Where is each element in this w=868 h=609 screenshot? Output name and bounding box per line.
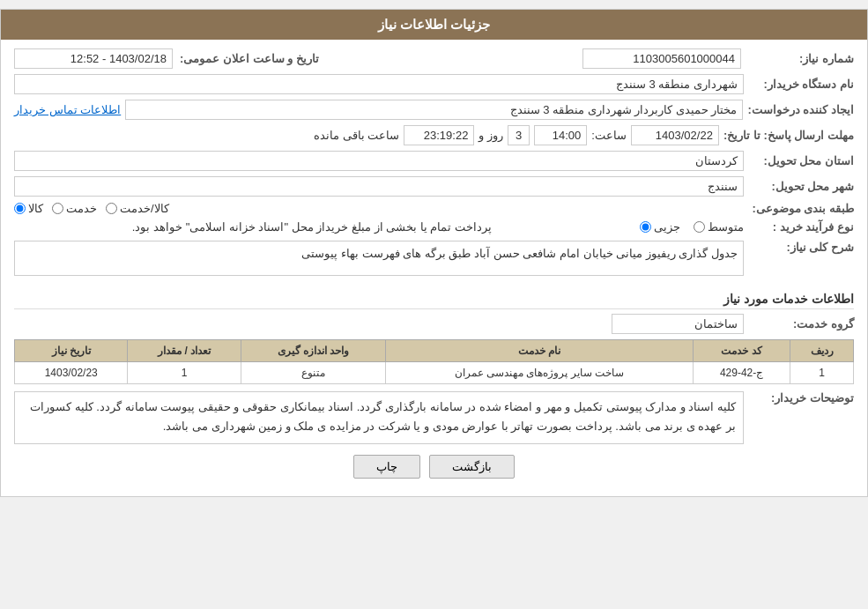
buyer-org-label: نام دستگاه خریدار: xyxy=(748,78,854,91)
cell-date: 1403/02/23 xyxy=(15,362,128,384)
buyer-org-value: شهرداری منطقه 3 سنندج xyxy=(14,74,744,94)
announcement-date-value: 1403/02/18 - 12:52 xyxy=(14,48,173,69)
cell-quantity: 1 xyxy=(128,362,241,384)
category-option-kala[interactable]: کالا xyxy=(14,202,43,215)
province-value: کردستان xyxy=(14,151,744,171)
remaining-label: ساعت باقی مانده xyxy=(314,129,399,142)
process-label: نوع فرآیند خرید : xyxy=(748,220,854,234)
col-quantity: تعداد / مقدار xyxy=(128,340,241,362)
creator-value: مختار حمیدی کاربردار شهرداری منطقه 3 سنن… xyxy=(125,100,743,120)
city-value: سنندج xyxy=(14,176,744,197)
category-option-kala-khedmat[interactable]: کالا/خدمت xyxy=(106,202,169,215)
description-label: شرح کلی نیاز: xyxy=(748,241,854,254)
radio-kala-label: کالا xyxy=(28,202,43,215)
cell-row-num: 1 xyxy=(790,362,854,384)
col-unit: واحد اندازه گیری xyxy=(241,340,385,362)
radio-kala-khedmat-label: کالا/خدمت xyxy=(120,202,169,215)
reply-deadline-label: مهلت ارسال پاسخ: تا تاریخ: xyxy=(723,129,854,142)
description-value: جدول گذاری ریفیوز میانی خیابان امام شافع… xyxy=(14,241,744,276)
col-service-code: کد خدمت xyxy=(693,340,790,362)
radio-motavasset[interactable] xyxy=(694,221,705,233)
cell-service-name: ساخت سایر پروژه‌های مهندسی عمران xyxy=(386,362,694,384)
days-label: روز و xyxy=(479,129,503,142)
need-number-value: 1103005601000044 xyxy=(582,48,741,69)
col-service-name: نام خدمت xyxy=(386,340,694,362)
buyer-notes-label: توضیحات خریدار: xyxy=(748,391,854,405)
process-option-jozei[interactable]: جزیی xyxy=(640,220,680,234)
province-label: استان محل تحویل: xyxy=(748,154,854,167)
process-option-motavasset[interactable]: متوسط xyxy=(694,220,744,234)
print-button[interactable]: چاپ xyxy=(353,455,420,479)
category-label: طبقه بندی موضوعی: xyxy=(748,202,854,215)
category-option-khedmat[interactable]: خدمت xyxy=(52,202,97,215)
buyer-notes: کلیه اسناد و مدارک پیوستی تکمیل و مهر و … xyxy=(14,391,744,444)
page-title: جزئیات اطلاعات نیاز xyxy=(1,10,867,40)
deadline-time: 14:00 xyxy=(534,125,587,145)
cell-service-code: ج-42-429 xyxy=(693,362,790,384)
service-group-label: گروه خدمت: xyxy=(748,317,854,330)
radio-kala[interactable] xyxy=(14,203,26,214)
services-table-container: ردیف کد خدمت نام خدمت واحد اندازه گیری ت… xyxy=(14,339,854,384)
radio-jozei-label: جزیی xyxy=(654,220,680,234)
services-table: ردیف کد خدمت نام خدمت واحد اندازه گیری ت… xyxy=(14,339,854,384)
contact-link[interactable]: اطلاعات تماس خریدار xyxy=(14,103,121,116)
remaining-time: 23:19:22 xyxy=(404,125,474,145)
services-section-title: اطلاعات خدمات مورد نیاز xyxy=(14,292,854,309)
creator-label: ایجاد کننده درخواست: xyxy=(747,103,854,116)
radio-khedmat-label: خدمت xyxy=(66,202,97,215)
radio-jozei[interactable] xyxy=(640,221,651,233)
radio-motavasset-label: متوسط xyxy=(708,220,744,234)
process-radio-group: متوسط جزیی xyxy=(505,220,744,234)
button-row: بازگشت چاپ xyxy=(14,455,854,479)
days-value: 3 xyxy=(508,125,530,145)
category-radio-group: کالا/خدمت خدمت کالا xyxy=(14,202,744,215)
city-label: شهر محل تحویل: xyxy=(748,180,854,193)
col-row-num: ردیف xyxy=(790,340,854,362)
table-row: 1 ج-42-429 ساخت سایر پروژه‌های مهندسی عم… xyxy=(15,362,854,384)
cell-unit: متنوع xyxy=(241,362,385,384)
radio-kala-khedmat[interactable] xyxy=(106,203,117,214)
need-number-label: شماره نیاز: xyxy=(748,52,854,65)
announcement-date-label: تاریخ و ساعت اعلان عمومی: xyxy=(180,52,319,65)
radio-khedmat[interactable] xyxy=(52,203,63,214)
deadline-time-label: ساعت: xyxy=(591,129,627,142)
deadline-date: 1403/02/22 xyxy=(631,125,719,145)
back-button[interactable]: بازگشت xyxy=(429,455,515,479)
process-note: پرداخت تمام یا بخشی از مبلغ خریداز محل "… xyxy=(14,220,492,234)
service-group-value: ساختمان xyxy=(612,314,744,334)
col-date: تاریخ نیاز xyxy=(15,340,128,362)
